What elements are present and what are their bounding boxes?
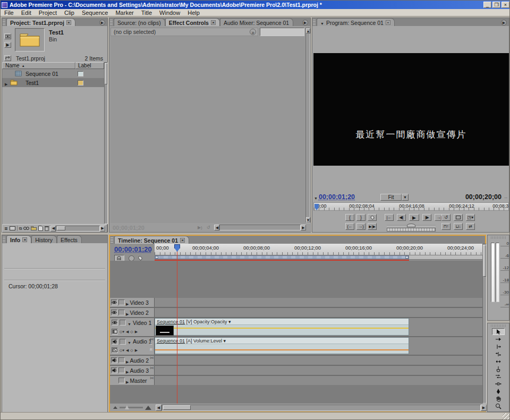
panel-grip[interactable] <box>3 236 5 242</box>
shuttle-slider[interactable] <box>387 224 436 227</box>
work-area-track[interactable] <box>155 255 482 260</box>
work-area-start-handle[interactable] <box>155 256 158 259</box>
menu-file[interactable]: File <box>1 10 18 16</box>
go-to-previous-keyframe-icon[interactable]: ◀ <box>126 330 129 334</box>
label-swatch-bin[interactable] <box>78 80 83 85</box>
automate-to-sequence-button[interactable]: ⧉ <box>19 226 22 231</box>
set-display-style-icon[interactable] <box>112 347 118 353</box>
timeline-ruler[interactable]: 00;00 00;00;04;00 00;00;08;00 00;00;12;0… <box>155 244 482 255</box>
panel-menu-icon[interactable] <box>302 20 308 25</box>
effects-vertical-scrollbar[interactable]: ▲ ▼ <box>305 28 310 223</box>
keyframe-mode-icon[interactable] <box>150 338 154 341</box>
add-remove-keyframe-icon[interactable]: ◇ <box>130 348 133 353</box>
poster-frame-icon[interactable] <box>4 33 11 39</box>
keyframe-mode-icon[interactable] <box>150 366 154 370</box>
extract-button[interactable]: ⊔↓ <box>454 223 463 230</box>
keyframe-mode-icon[interactable] <box>150 356 154 359</box>
play-in-to-out-button[interactable]: ▶|▶ <box>368 223 377 230</box>
tab-source[interactable]: Source: (no clips) <box>114 18 165 26</box>
minimize-button[interactable]: _ <box>483 2 491 8</box>
tab-audio-mixer[interactable]: Audio Mixer: Sequence 01 <box>220 18 293 26</box>
panel-menu-icon[interactable] <box>99 20 105 25</box>
new-bin-button[interactable] <box>31 226 37 230</box>
effects-horizontal-scrollbar[interactable]: ◀ ▶ <box>214 225 306 230</box>
razor-tool[interactable] <box>492 365 505 372</box>
collapse-icon[interactable] <box>128 318 131 328</box>
panel-grip[interactable] <box>3 19 5 25</box>
work-area-end-handle[interactable] <box>405 256 409 259</box>
show-keyframes-icon[interactable]: ◇▾ <box>120 348 124 353</box>
timeline-horizontal-scrollbar[interactable]: ◀ ▶ <box>156 405 487 411</box>
collapse-icon[interactable] <box>128 337 131 346</box>
selection-tool[interactable] <box>492 328 505 335</box>
work-area-bar[interactable] <box>155 255 409 259</box>
menu-window[interactable]: Window <box>156 10 184 16</box>
zoom-slider-thumb[interactable] <box>125 405 129 409</box>
jog-disk[interactable] <box>387 228 436 232</box>
track-lane-audio2[interactable] <box>155 356 482 365</box>
toggle-track-lock-icon[interactable] <box>118 299 125 305</box>
zoom-in-icon[interactable] <box>145 406 151 410</box>
go-to-next-keyframe-icon[interactable]: ▶ <box>135 348 138 353</box>
project-row-sequence[interactable]: Sequence 01 <box>2 69 104 78</box>
step-back-button[interactable]: ◀| <box>397 214 406 221</box>
panel-grip[interactable] <box>313 19 316 25</box>
zoom-tool[interactable] <box>492 402 505 409</box>
toggle-track-lock-icon[interactable] <box>118 378 125 383</box>
track-lane-audio1[interactable]: Sequence 01 [A] Volume:Level ▾ <box>155 337 482 355</box>
step-forward-button[interactable]: |▶ <box>422 214 431 221</box>
hand-tool[interactable] <box>492 395 505 402</box>
collapse-icon[interactable] <box>126 356 129 365</box>
timeline-vertical-scrollbar[interactable] <box>482 244 487 404</box>
close-icon[interactable] <box>66 20 71 25</box>
panel-grip[interactable] <box>110 19 113 25</box>
toggle-track-output-icon[interactable] <box>111 299 117 305</box>
menu-title[interactable]: Title <box>138 10 156 16</box>
lift-button[interactable]: ⊓↑ <box>441 223 450 230</box>
label-swatch-sequence[interactable] <box>78 71 83 76</box>
project-horizontal-scrollbar[interactable]: ◀ ▶ <box>50 226 105 232</box>
pen-tool[interactable] <box>492 388 505 395</box>
panel-grip[interactable] <box>491 324 506 327</box>
go-to-next-keyframe-icon[interactable]: ▶ <box>135 330 138 334</box>
icon-view-button[interactable] <box>10 226 15 230</box>
toggle-track-audio-icon[interactable] <box>111 357 117 363</box>
set-out-point-button[interactable]: } <box>356 214 366 221</box>
safe-margins-button[interactable] <box>454 214 463 221</box>
zoom-level-dropdown-icon[interactable]: ▼ <box>402 194 409 201</box>
panel-grip[interactable] <box>110 237 113 243</box>
toggle-track-audio-icon[interactable] <box>112 339 118 345</box>
track-lane-master[interactable] <box>155 376 482 385</box>
close-icon[interactable] <box>211 20 216 25</box>
play-preview-icon[interactable]: ▶ <box>4 42 11 48</box>
opacity-rubber-band[interactable] <box>155 328 409 329</box>
column-header-name[interactable]: Name ▲ <box>2 62 75 69</box>
set-encore-chapter-marker-button[interactable] <box>129 255 134 261</box>
add-remove-keyframe-icon[interactable]: ◇ <box>130 330 133 334</box>
shuttle-thumb[interactable] <box>407 224 415 227</box>
find-button[interactable] <box>23 226 29 230</box>
zoom-level-select[interactable]: Fit <box>380 194 402 201</box>
audio-clip[interactable]: Sequence 01 [A] Volume:Level ▾ <box>155 337 409 354</box>
tab-effects[interactable]: Effects <box>57 235 82 243</box>
output-button[interactable]: ◳▾ <box>466 214 475 221</box>
track-lane-audio3[interactable] <box>155 366 482 375</box>
new-item-button[interactable] <box>38 226 43 231</box>
tab-info[interactable]: Info <box>6 235 31 243</box>
collapse-icon[interactable] <box>126 376 129 385</box>
panel-menu-icon[interactable] <box>501 20 507 25</box>
ripple-edit-tool[interactable] <box>492 343 505 350</box>
set-marker-button[interactable] <box>368 214 377 221</box>
maximize-button[interactable]: ❒ <box>492 2 500 8</box>
project-vertical-scrollbar[interactable] <box>104 62 108 224</box>
track-lane-video3[interactable] <box>155 298 482 307</box>
list-view-button[interactable]: ≣ <box>4 226 8 231</box>
menu-marker[interactable]: Marker <box>112 10 137 16</box>
set-in-point-button[interactable]: { <box>345 214 354 221</box>
timeline-zoom-slider[interactable] <box>120 407 143 408</box>
menu-sequence[interactable]: Sequence <box>78 10 112 16</box>
project-row-bin[interactable]: Test1 <box>2 78 104 87</box>
collapse-icon[interactable] <box>126 308 129 318</box>
panel-grip[interactable] <box>491 236 506 239</box>
expander-icon[interactable] <box>5 78 7 88</box>
